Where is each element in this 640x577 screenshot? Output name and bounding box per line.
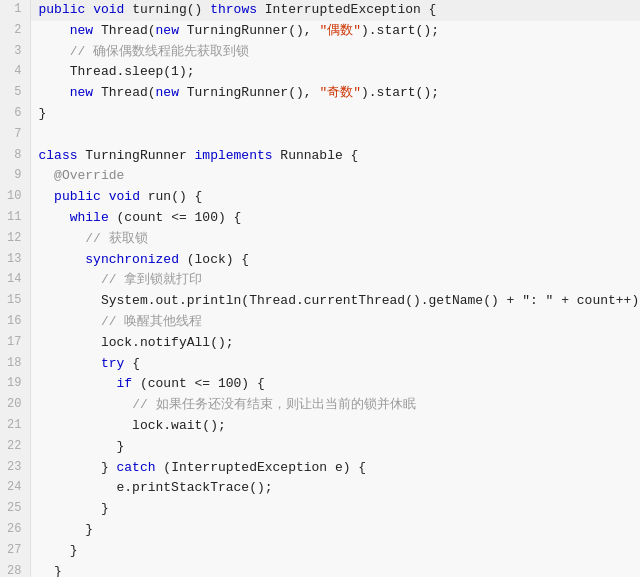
line-number: 17 (0, 333, 30, 354)
line-number: 2 (0, 21, 30, 42)
line-number: 7 (0, 125, 30, 146)
line-number: 23 (0, 458, 30, 479)
table-row: 22 } (0, 437, 640, 458)
line-number: 28 (0, 562, 30, 577)
table-row: 25 } (0, 499, 640, 520)
line-number: 6 (0, 104, 30, 125)
line-number: 19 (0, 374, 30, 395)
table-row: 27 } (0, 541, 640, 562)
table-row: 11 while (count <= 100) { (0, 208, 640, 229)
table-row: 23 } catch (InterruptedException e) { (0, 458, 640, 479)
line-number: 27 (0, 541, 30, 562)
line-code: new Thread(new TurningRunner(), "偶数").st… (30, 21, 640, 42)
table-row: 2 new Thread(new TurningRunner(), "偶数").… (0, 21, 640, 42)
line-number: 13 (0, 250, 30, 271)
line-code: while (count <= 100) { (30, 208, 640, 229)
line-code: @Override (30, 166, 640, 187)
line-number: 12 (0, 229, 30, 250)
line-number: 16 (0, 312, 30, 333)
line-number: 26 (0, 520, 30, 541)
line-code: // 拿到锁就打印 (30, 270, 640, 291)
line-code: Thread.sleep(1); (30, 62, 640, 83)
line-code: e.printStackTrace(); (30, 478, 640, 499)
table-row: 15 System.out.println(Thread.currentThre… (0, 291, 640, 312)
table-row: 17 lock.notifyAll(); (0, 333, 640, 354)
table-row: 10 public void run() { (0, 187, 640, 208)
line-code: lock.wait(); (30, 416, 640, 437)
line-number: 4 (0, 62, 30, 83)
table-row: 3 // 确保偶数线程能先获取到锁 (0, 42, 640, 63)
line-number: 18 (0, 354, 30, 375)
table-row: 19 if (count <= 100) { (0, 374, 640, 395)
line-number: 5 (0, 83, 30, 104)
table-row: 24 e.printStackTrace(); (0, 478, 640, 499)
line-number: 11 (0, 208, 30, 229)
line-code: synchronized (lock) { (30, 250, 640, 271)
line-code: try { (30, 354, 640, 375)
line-code: public void run() { (30, 187, 640, 208)
line-number: 10 (0, 187, 30, 208)
table-row: 21 lock.wait(); (0, 416, 640, 437)
line-code: // 唤醒其他线程 (30, 312, 640, 333)
table-row: 16 // 唤醒其他线程 (0, 312, 640, 333)
table-row: 26 } (0, 520, 640, 541)
line-code: new Thread(new TurningRunner(), "奇数").st… (30, 83, 640, 104)
table-row: 12 // 获取锁 (0, 229, 640, 250)
line-code: // 确保偶数线程能先获取到锁 (30, 42, 640, 63)
line-code: // 如果任务还没有结束，则让出当前的锁并休眠 (30, 395, 640, 416)
table-row: 7 (0, 125, 640, 146)
line-number: 3 (0, 42, 30, 63)
code-editor: 1public void turning() throws Interrupte… (0, 0, 640, 577)
line-number: 15 (0, 291, 30, 312)
line-code: if (count <= 100) { (30, 374, 640, 395)
table-row: 28 } (0, 562, 640, 577)
table-row: 14 // 拿到锁就打印 (0, 270, 640, 291)
line-number: 20 (0, 395, 30, 416)
line-number: 24 (0, 478, 30, 499)
table-row: 1public void turning() throws Interrupte… (0, 0, 640, 21)
line-number: 25 (0, 499, 30, 520)
line-code: } (30, 104, 640, 125)
line-code: } (30, 562, 640, 577)
line-code: lock.notifyAll(); (30, 333, 640, 354)
line-code: } catch (InterruptedException e) { (30, 458, 640, 479)
line-number: 22 (0, 437, 30, 458)
line-code: } (30, 437, 640, 458)
table-row: 18 try { (0, 354, 640, 375)
table-row: 9 @Override (0, 166, 640, 187)
line-code: // 获取锁 (30, 229, 640, 250)
table-row: 6} (0, 104, 640, 125)
line-number: 1 (0, 0, 30, 21)
line-code: System.out.println(Thread.currentThread(… (30, 291, 640, 312)
line-code: } (30, 499, 640, 520)
table-row: 20 // 如果任务还没有结束，则让出当前的锁并休眠 (0, 395, 640, 416)
line-number: 21 (0, 416, 30, 437)
line-number: 8 (0, 146, 30, 167)
line-code: class TurningRunner implements Runnable … (30, 146, 640, 167)
line-code: public void turning() throws Interrupted… (30, 0, 640, 21)
table-row: 5 new Thread(new TurningRunner(), "奇数").… (0, 83, 640, 104)
line-code (30, 125, 640, 146)
line-number: 14 (0, 270, 30, 291)
line-code: } (30, 520, 640, 541)
table-row: 8class TurningRunner implements Runnable… (0, 146, 640, 167)
table-row: 13 synchronized (lock) { (0, 250, 640, 271)
table-row: 4 Thread.sleep(1); (0, 62, 640, 83)
line-code: } (30, 541, 640, 562)
code-table: 1public void turning() throws Interrupte… (0, 0, 640, 577)
line-number: 9 (0, 166, 30, 187)
